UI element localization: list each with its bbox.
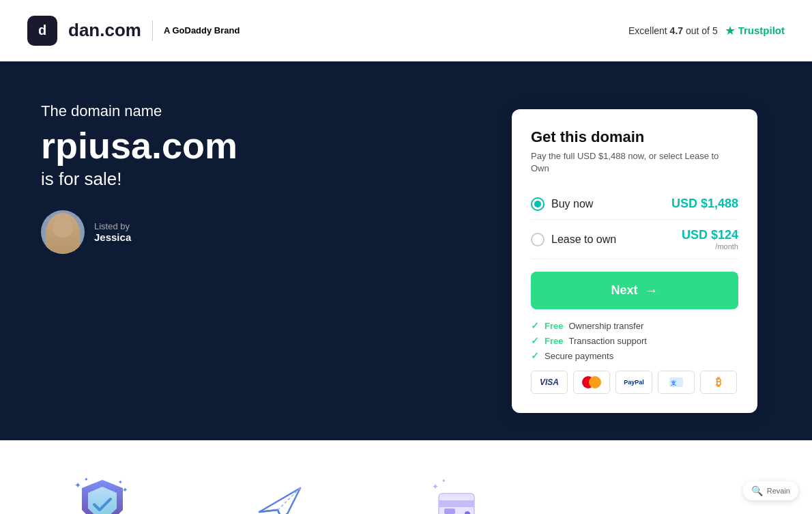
lease-left: Lease to own <box>531 233 616 246</box>
svg-text:✦: ✦ <box>84 476 89 483</box>
svg-text:✦: ✦ <box>118 479 123 485</box>
features-section: ✦ ✦ ✦ ✦ <box>0 440 812 514</box>
feature-fast-transfers: Fast & easy transfers <box>218 474 341 514</box>
buyer-protection-icon: ✦ ✦ ✦ ✦ <box>72 474 133 514</box>
logo-divider <box>152 20 153 41</box>
benefit2-text: Transaction support <box>568 336 646 346</box>
trustpilot-logo: ★ Trustpilot <box>725 23 785 38</box>
buy-now-option[interactable]: Buy now USD $1,488 <box>531 188 738 220</box>
buy-now-label: Buy now <box>551 198 593 210</box>
logo-area: d dan.com A GoDaddy Brand <box>27 16 240 46</box>
card-subtitle: Pay the full USD $1,488 now, or select L… <box>531 150 738 175</box>
check-icon-1: ✓ <box>531 320 539 331</box>
next-label: Next <box>611 283 637 298</box>
lease-price-wrapper: USD $124 /month <box>682 228 738 251</box>
purchase-card: Get this domain Pay the full USD $1,488 … <box>512 109 757 413</box>
svg-text:支: 支 <box>671 380 677 386</box>
fast-transfers-icon <box>249 474 310 514</box>
alipay-icon: 支 <box>658 371 695 394</box>
radio-inner <box>534 201 541 208</box>
buy-now-left: Buy now <box>531 197 593 211</box>
buy-now-radio[interactable] <box>531 197 545 211</box>
trustpilot-star-icon: ★ <box>725 23 736 38</box>
agent-name: Jessica <box>94 231 131 243</box>
feature-payments: ✦ ✦ Hassle free payments <box>396 474 519 514</box>
header: d dan.com A GoDaddy Brand Excellent 4.7 … <box>0 0 812 61</box>
check-icon-3: ✓ <box>531 350 539 361</box>
card-title: Get this domain <box>531 128 738 146</box>
visa-icon: VISA <box>531 371 568 394</box>
dan-logo-icon: d <box>27 16 57 46</box>
hero-agent: Listed by Jessica <box>41 210 237 254</box>
mastercard-icon <box>573 371 610 394</box>
benefit1-free: Free <box>545 321 563 331</box>
trustpilot-area: Excellent 4.7 out of 5 ★ Trustpilot <box>628 23 785 38</box>
lease-label: Lease to own <box>551 233 616 246</box>
svg-text:✦: ✦ <box>122 486 128 494</box>
benefits-list: ✓ Free Ownership transfer ✓ Free Transac… <box>531 320 738 361</box>
svg-rect-10 <box>444 509 455 514</box>
payments-icon: ✦ ✦ <box>426 474 488 514</box>
benefit-ownership: ✓ Free Ownership transfer <box>531 320 738 331</box>
next-button[interactable]: Next → <box>531 272 738 309</box>
benefit1-text: Ownership transfer <box>568 321 643 331</box>
benefit-secure: ✓ Secure payments <box>531 350 738 361</box>
agent-info: Listed by Jessica <box>94 221 131 243</box>
svg-text:✦: ✦ <box>441 478 446 484</box>
benefit-transaction: ✓ Free Transaction support <box>531 335 738 346</box>
bitcoin-icon: ₿ <box>700 371 737 394</box>
listed-by-label: Listed by <box>94 221 131 231</box>
arrow-right-icon: → <box>645 283 658 298</box>
godaddy-brand: A GoDaddy Brand <box>164 25 240 35</box>
lease-period: /month <box>682 242 738 251</box>
trustpilot-name: Trustpilot <box>738 25 785 36</box>
paypal-icon: PayPal <box>615 371 652 394</box>
lease-price: USD $124 <box>682 228 738 242</box>
benefit3-text: Secure payments <box>545 351 613 361</box>
logo-text: dan.com <box>68 20 141 41</box>
svg-text:✦: ✦ <box>432 482 439 491</box>
agent-avatar <box>41 210 85 254</box>
buy-now-price: USD $1,488 <box>671 197 738 211</box>
avatar-placeholder <box>46 213 80 254</box>
svg-text:✦: ✦ <box>74 481 81 490</box>
hero-domain: rpiusa.com <box>41 126 237 166</box>
lease-option[interactable]: Lease to own USD $124 /month <box>531 220 738 259</box>
hero-subtitle: The domain name <box>41 102 237 120</box>
hero-forsale: is for sale! <box>41 169 237 190</box>
svg-rect-9 <box>439 500 474 507</box>
revain-label: Revain <box>767 487 790 495</box>
revain-search-icon: 🔍 <box>751 485 763 496</box>
feature-buyer-protection: ✦ ✦ ✦ ✦ <box>41 474 164 514</box>
trustpilot-rating-text: Excellent 4.7 out of 5 <box>628 25 718 36</box>
hero-left: The domain name rpiusa.com is for sale! … <box>41 96 237 254</box>
hero-section: The domain name rpiusa.com is for sale! … <box>0 61 812 440</box>
revain-badge: 🔍 Revain <box>743 481 798 500</box>
benefit2-free: Free <box>545 336 563 346</box>
check-icon-2: ✓ <box>531 335 539 346</box>
lease-radio[interactable] <box>531 233 545 246</box>
payment-icons: VISA PayPal 支 ₿ <box>531 371 738 394</box>
